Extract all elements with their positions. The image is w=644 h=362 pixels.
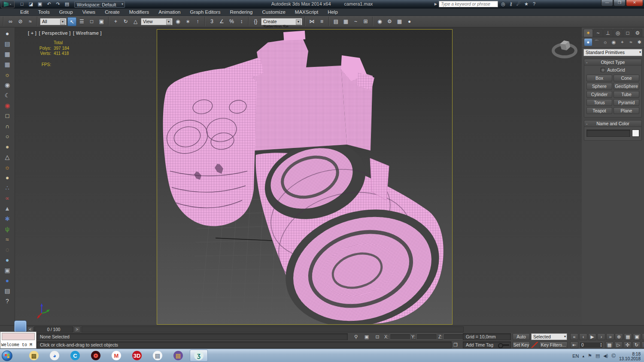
previous-frame-icon[interactable]: ‹ [579, 333, 587, 340]
next-frame-arrow[interactable]: > [74, 326, 80, 332]
bind-to-space-warp-icon[interactable]: ≈ [26, 17, 35, 26]
ccleaner-tray-icon[interactable]: © [611, 353, 616, 359]
dialog-tool-icon[interactable]: ▤ [2, 286, 13, 296]
object-name-input[interactable] [586, 130, 630, 137]
angle-snap-icon[interactable]: ∠ [217, 17, 226, 26]
taskbar-chrome[interactable]: ◕ [46, 350, 64, 362]
snaps-toggle-3d-icon[interactable]: 3 [207, 17, 216, 26]
subscription-key-icon[interactable]: ⚷ [507, 1, 514, 7]
sphere-select-icon[interactable]: ● [2, 275, 13, 286]
zoom-extents-all-icon[interactable]: ⊞ [642, 333, 644, 340]
save-file-icon[interactable]: ▣ [36, 1, 44, 8]
auto-key-button[interactable]: Auto Key [513, 333, 530, 340]
selection-lock-bulb-icon[interactable]: ⚲ [352, 334, 360, 340]
network-icon[interactable]: ▤ [595, 353, 600, 359]
menu-item[interactable]: Graph Editors [185, 9, 225, 16]
close-button[interactable]: ✕ [626, 0, 643, 6]
time-slider-track[interactable] [82, 326, 464, 332]
subtab-cameras[interactable]: ◉ [610, 39, 618, 46]
start-button[interactable] [2, 350, 12, 361]
menu-item[interactable]: Help [323, 9, 343, 16]
viewport-view-label[interactable]: [ Perspective ] [39, 30, 71, 36]
schematic-sheet-icon[interactable]: ▦ [2, 59, 13, 69]
undo-icon[interactable]: ↶ [45, 1, 53, 8]
render-setup-icon[interactable]: ⚙ [385, 17, 394, 26]
select-and-manipulate-icon[interactable]: ∗ [183, 17, 192, 26]
infocenter-help-icon[interactable]: ? [531, 1, 538, 7]
circle-primitive-icon[interactable]: ○ [2, 131, 13, 142]
viewport-config-icon[interactable]: ▦ [605, 341, 614, 348]
search-binoculars-icon[interactable]: ◎ [500, 1, 507, 7]
rock-tool-icon[interactable]: ◌ [2, 244, 13, 255]
name-color-header[interactable]: - Name and Color [584, 121, 641, 127]
zoom-icon[interactable]: ⊕ [615, 333, 623, 340]
absolute-offset-toggle-icon[interactable]: ⊡ [374, 334, 381, 340]
selection-key-brush-icon[interactable] [531, 342, 538, 348]
particle-array-icon[interactable]: ∴ [2, 183, 13, 193]
primitive-button[interactable]: Cylinder [586, 91, 612, 98]
taskbar-red-app[interactable]: ❂ [87, 350, 105, 362]
camera-audio-icon[interactable]: ◉ [2, 80, 13, 90]
redo-icon[interactable]: ↷ [54, 1, 62, 8]
object-color-swatch[interactable] [632, 130, 639, 137]
molecule-icon[interactable]: ∝ [2, 193, 13, 203]
object-type-header[interactable]: - Object Type [584, 59, 641, 66]
rectangular-selection-region-icon[interactable]: □ [87, 17, 96, 26]
go-to-start-icon[interactable]: « [570, 333, 578, 340]
viewport-menu-plus[interactable]: [ + ] [28, 30, 36, 36]
workspace-dropdown[interactable]: Workspace: Default [74, 1, 125, 8]
menu-item[interactable]: Edit [15, 9, 33, 16]
help-tool-icon[interactable]: ? [2, 296, 13, 306]
minimize-button[interactable]: — [601, 0, 613, 6]
primitive-button[interactable]: Sphere [586, 83, 612, 90]
graph-window-icon[interactable]: ▤ [2, 39, 13, 49]
zoom-region-icon[interactable]: ◻ [641, 341, 644, 348]
named-selection-sets-dropdown[interactable]: Create Selection Se [261, 18, 302, 25]
tab-utilities[interactable]: ⚙ [633, 29, 642, 37]
frame-counter[interactable]: 0 / 100 [34, 326, 73, 332]
time-slider-thumb[interactable] [14, 320, 27, 332]
material-picker-icon[interactable]: ▣ [2, 265, 13, 275]
rendered-frame-window-icon[interactable]: ▦ [395, 17, 404, 26]
cone-primitive-icon[interactable]: △ [2, 152, 13, 162]
curve-editor-icon[interactable]: ~ [351, 17, 360, 26]
frame-spinner[interactable]: ▲▼ [600, 342, 602, 347]
action-center-flag-icon[interactable]: ⚑ [588, 353, 592, 359]
spinner-snap-icon[interactable]: ↕ [237, 17, 246, 26]
primitive-button[interactable]: Plane [614, 107, 639, 114]
light-bulb-icon[interactable]: ☼ [2, 69, 13, 80]
set-keys-key-icon[interactable] [497, 341, 511, 348]
search-flyout-arrow[interactable]: ▶ [434, 2, 437, 6]
restore-button[interactable]: ❐ [614, 0, 626, 6]
taskbar-notepad[interactable]: ▤ [149, 350, 167, 362]
volume-icon[interactable]: ◀) [603, 353, 608, 358]
tab-create[interactable]: ✶ [583, 29, 593, 37]
taskbar-clock[interactable]: 8:18 13.10.2018 [619, 350, 641, 361]
layer-manager-icon[interactable]: ▤ [331, 17, 340, 26]
view-cube[interactable] [551, 36, 579, 64]
tab-modify[interactable]: ~ [593, 29, 603, 37]
glossy-sphere-icon[interactable]: ● [2, 255, 13, 265]
taskbar-explorer[interactable]: ▨ [25, 350, 43, 362]
primitive-button[interactable]: Tube [614, 91, 639, 98]
primitive-button[interactable]: Torus [586, 99, 612, 106]
subtab-lights[interactable]: ☼ [601, 39, 609, 46]
select-and-move-icon[interactable]: + [111, 17, 120, 26]
camera-wireframe-model[interactable] [163, 31, 452, 324]
application-menu-button[interactable] [1, 0, 15, 8]
unlink-selection-icon[interactable]: ⊘ [16, 17, 25, 26]
hair-tool-icon[interactable]: ≈ [2, 234, 13, 244]
open-file-icon[interactable]: ◪ [27, 1, 35, 8]
red-camera-icon[interactable]: ◉ [2, 100, 13, 111]
gear-sphere-icon[interactable]: ✱ [2, 214, 13, 224]
tab-motion[interactable]: ◎ [613, 29, 623, 37]
hidden-icons-arrow[interactable]: ▴ [583, 354, 585, 358]
subtab-space-warps[interactable]: ≈ [627, 39, 635, 46]
menu-item[interactable]: Modifiers [125, 9, 154, 16]
keyboard-shortcut-override-icon[interactable]: ↑ [193, 17, 202, 26]
menu-item[interactable]: Group [55, 9, 78, 16]
autogrid-checkbox[interactable] [601, 68, 605, 72]
zoom-extents-icon[interactable]: ▣ [633, 333, 641, 340]
go-to-end-icon[interactable]: » [606, 333, 614, 340]
schematic-view-icon[interactable]: ⊞ [361, 17, 370, 26]
